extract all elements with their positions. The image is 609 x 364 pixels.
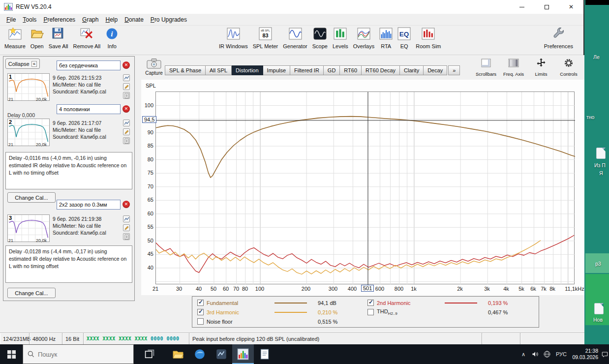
measurement-notes-icon[interactable] [123, 137, 130, 144]
tab-all-spl[interactable]: All SPL [206, 65, 232, 75]
toolbar-levels-button[interactable]: Levels [333, 27, 348, 49]
menu-tools[interactable]: Tools [19, 15, 40, 25]
toolbar-measure-button[interactable]: Measure [4, 27, 26, 49]
legend-checkbox[interactable] [367, 309, 374, 315]
legend-label: Fundamental [207, 300, 274, 306]
tab-gd[interactable]: GD [324, 65, 340, 75]
tab-impulse[interactable]: Impulse [263, 65, 291, 75]
controls-button[interactable]: Controls [555, 56, 582, 77]
desktop-icon-label[interactable]: Нов [593, 317, 603, 323]
tab-filtered-ir[interactable]: Filtered IR [290, 65, 324, 75]
titlebar[interactable]: REW V5.20.4 ✕ [0, 0, 583, 14]
x-tick-label: 400 [348, 286, 357, 292]
toolbar-removeall-button[interactable]: Remove All [73, 27, 101, 49]
tab-spl-phase[interactable]: SPL & Phase [165, 65, 206, 75]
measurement-date: 9 бер. 2026 21:19:38 [53, 216, 101, 222]
desktop-icon-label[interactable]: тно [586, 114, 594, 120]
clock[interactable]: 21:38 09.03.2026 [570, 344, 600, 364]
minimize-button[interactable] [510, 0, 534, 14]
app-button[interactable] [211, 344, 232, 364]
rew-taskbar-button[interactable] [232, 344, 254, 364]
capture-button[interactable]: Capture [144, 58, 164, 76]
more-tabs-button[interactable]: » [448, 65, 460, 75]
measurement-pencil-icon[interactable] [123, 83, 130, 90]
measurement-pencil-icon[interactable] [123, 128, 130, 135]
toolbar-open-button[interactable]: Open [30, 27, 44, 49]
freqaxis-icon [508, 58, 519, 70]
measurement-chart-icon[interactable] [123, 215, 130, 222]
legend-checkbox[interactable] [197, 318, 204, 325]
search-input[interactable] [38, 351, 122, 358]
change-cal-button[interactable]: Change Cal... [7, 288, 56, 298]
toolbar-label: RTA [381, 43, 391, 49]
toolbar-info-button[interactable]: i Info [105, 27, 119, 49]
start-button[interactable] [0, 344, 23, 364]
freqaxis-button[interactable]: Freq. Axis [500, 56, 527, 77]
legend-checkbox[interactable] [197, 309, 204, 315]
window-title: REW V5.20.4 [16, 3, 52, 10]
desktop-file-icon[interactable] [594, 303, 604, 314]
task-view-button[interactable] [139, 344, 160, 364]
measurement-pencil-icon[interactable] [123, 224, 130, 231]
browser-button[interactable] [189, 344, 211, 364]
svg-text:dB SPL: dB SPL [261, 29, 270, 32]
toolbar-roomsim-button[interactable]: Room Sim [416, 27, 441, 49]
legend-checkbox[interactable] [197, 300, 204, 306]
menu-help[interactable]: Help [102, 15, 121, 25]
toolbar-generator-button[interactable]: Generator [283, 27, 307, 49]
language-indicator[interactable]: РУС [553, 344, 570, 364]
action-center-button[interactable] [600, 344, 609, 364]
legend-checkbox[interactable] [367, 300, 374, 306]
distortion-plot[interactable] [155, 91, 575, 284]
volume-button[interactable] [529, 344, 541, 364]
menu-graph[interactable]: Graph [79, 15, 102, 25]
measurement-date: 9 бер. 2026 21:15:23 [53, 75, 101, 81]
limits-button[interactable]: Limits [527, 56, 555, 77]
desktop-file-icon[interactable] [596, 148, 606, 159]
tab-clarity[interactable]: Clarity [400, 65, 424, 75]
close-button[interactable]: ✕ [559, 0, 583, 14]
menu-pro-upgrades[interactable]: Pro Upgrades [147, 15, 190, 25]
file-explorer-button[interactable] [167, 344, 189, 364]
delete-measurement-button[interactable]: ✕ [122, 105, 130, 113]
network-button[interactable] [541, 344, 553, 364]
delete-measurement-button[interactable]: ✕ [122, 201, 130, 208]
measurement-name-input[interactable] [57, 104, 121, 114]
desktop-icon-label[interactable]: Я [599, 170, 603, 176]
desktop-icon-label[interactable]: Из П [594, 162, 606, 168]
plot-canvas[interactable] [156, 92, 575, 285]
toolbar-rta-button[interactable]: RTA [379, 27, 393, 49]
measurement-name-input[interactable] [57, 200, 121, 210]
menu-preferences[interactable]: Preferences [40, 15, 79, 25]
measurement-notes-icon[interactable] [123, 92, 130, 99]
toolbar-preferences-button[interactable]: Preferences [544, 27, 573, 49]
legend-label: 3rd Harmonic [207, 309, 274, 315]
tab-decay[interactable]: Decay [424, 65, 447, 75]
collapse-panel-button[interactable]: Collapse « [5, 59, 40, 69]
change-cal-button[interactable]: Change Cal... [7, 192, 56, 203]
desktop-icon-label[interactable]: Ле [593, 54, 600, 60]
toolbar-irwindows-button[interactable]: IR Windows [219, 27, 248, 49]
taskbar-search[interactable] [23, 344, 134, 364]
scrollbars-button[interactable]: Scrollbars [472, 56, 500, 77]
measurement-chart-icon[interactable] [123, 74, 130, 81]
measurement-notes-icon[interactable] [123, 233, 130, 240]
menu-donate[interactable]: Donate [121, 15, 147, 25]
input-flags-green: XXXX XXXX XXXX XXXX [87, 336, 148, 341]
toolbar-scope-button[interactable]: Scope [312, 27, 328, 49]
measurement-name-input[interactable] [57, 61, 121, 70]
toolbar-splmeter-button[interactable]: dB SPL83 SPL Meter [253, 27, 278, 49]
toolbar-eq-button[interactable]: EQ EQ [397, 27, 411, 49]
tab-rt60-decay[interactable]: RT60 Decay [362, 65, 400, 75]
tray-overflow-button[interactable]: ∧ [518, 344, 529, 364]
tab-distortion[interactable]: Distortion [232, 65, 263, 75]
measurement-chart-icon[interactable] [123, 120, 130, 126]
tab-rt60[interactable]: RT60 [340, 65, 362, 75]
maximize-button[interactable] [534, 0, 559, 14]
menu-file[interactable]: File [3, 15, 19, 25]
toolbar-saveall-button[interactable]: Save All [49, 27, 68, 49]
delete-measurement-button[interactable]: ✕ [122, 61, 130, 69]
notepad-button[interactable] [254, 344, 275, 364]
desktop-icon-label[interactable]: р3 [595, 261, 601, 267]
toolbar-overlays-button[interactable]: Overlays [353, 27, 374, 49]
